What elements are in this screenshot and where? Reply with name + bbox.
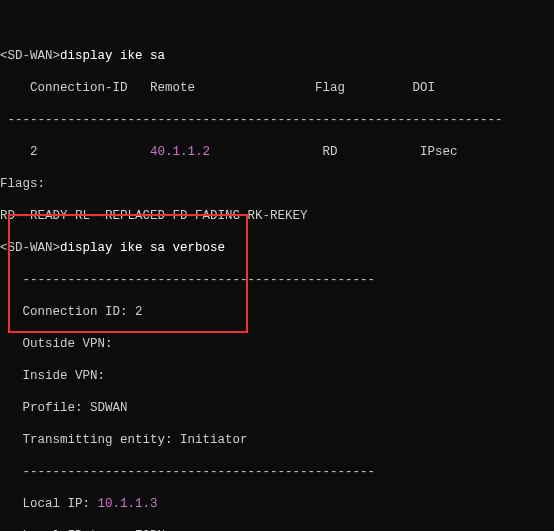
flags-legend: RD--READY RL--REPLACED FD-FADING RK-REKE… — [0, 208, 554, 224]
command-text: display ike sa verbose — [60, 241, 225, 255]
outside-vpn: Outside VPN: — [0, 336, 554, 352]
prompt: <SD-WAN> — [0, 241, 60, 255]
flags-label: Flags: — [0, 176, 554, 192]
ip-value: 10.1.1.3 — [98, 497, 158, 511]
tx-entity: Transmitting entity: Initiator — [0, 432, 554, 448]
sa-row: 2 40.1.1.2 RD IPsec — [0, 144, 554, 160]
label: Local IP: — [0, 497, 98, 511]
local-ip: Local IP: 10.1.1.3 — [0, 496, 554, 512]
inside-vpn: Inside VPN: — [0, 368, 554, 384]
header-row: Connection-ID Remote Flag DOI — [0, 80, 554, 96]
profile: Profile: SDWAN — [0, 400, 554, 416]
divider: ----------------------------------------… — [0, 112, 554, 128]
col-connid: 2 — [0, 145, 150, 159]
verbose-sep: ----------------------------------------… — [0, 464, 554, 480]
command-text: display ike sa — [60, 49, 165, 63]
verbose-sep: ----------------------------------------… — [0, 272, 554, 288]
col-flag-doi: RD IPsec — [210, 145, 458, 159]
col-remote: 40.1.1.2 — [150, 145, 210, 159]
cmd-line-2: <SD-WAN>display ike sa verbose — [0, 240, 554, 256]
cmd-line-1: <SD-WAN>display ike sa — [0, 48, 554, 64]
conn-id: Connection ID: 2 — [0, 304, 554, 320]
prompt: <SD-WAN> — [0, 49, 60, 63]
